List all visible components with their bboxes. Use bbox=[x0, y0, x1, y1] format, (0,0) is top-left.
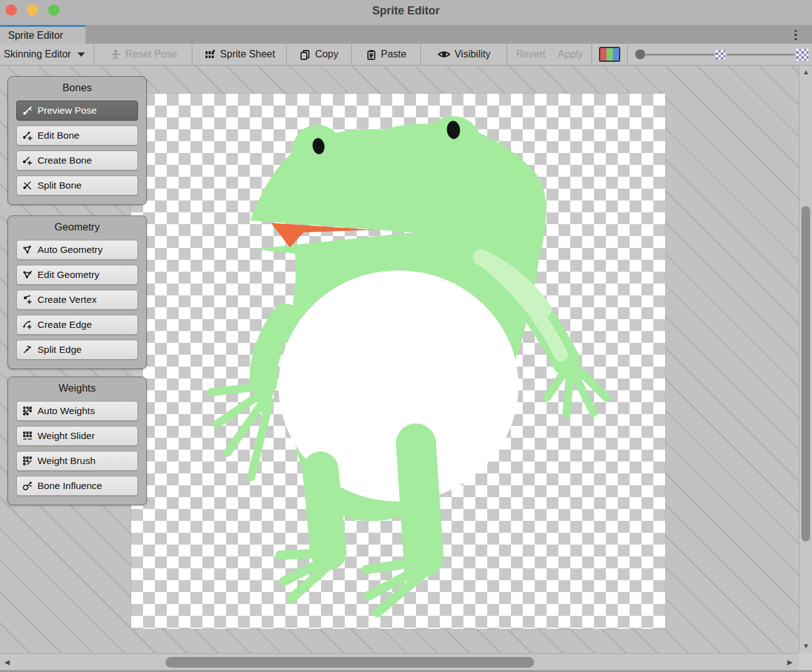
edit-bone-icon bbox=[22, 130, 33, 141]
apply-button[interactable]: Apply bbox=[552, 44, 592, 65]
skinning-editor-label: Skinning Editor bbox=[4, 49, 71, 60]
auto-weights-icon bbox=[22, 405, 33, 417]
scrollbar-corner bbox=[799, 653, 812, 671]
sprite-canvas[interactable] bbox=[131, 94, 665, 629]
frog-sprite bbox=[131, 94, 665, 629]
sprite-editor-window: Sprite Editor Sprite Editor Skinning Edi… bbox=[0, 0, 812, 672]
create-vertex-button[interactable]: Create Vertex bbox=[16, 290, 138, 310]
paste-icon bbox=[365, 49, 377, 61]
edit-bone-button[interactable]: Edit Bone bbox=[16, 126, 138, 146]
auto-geometry-icon bbox=[22, 244, 33, 255]
toolbar: Skinning Editor Reset Pose Sprite Sheet bbox=[0, 44, 812, 66]
bone-opacity-texture-icon bbox=[716, 50, 725, 59]
geometry-panel-title: Geometry bbox=[8, 216, 146, 237]
sprite-sheet-button[interactable]: Sprite Sheet bbox=[192, 44, 286, 65]
geometry-panel: Geometry Auto Geometry Edit Geometry bbox=[7, 215, 147, 369]
scroll-down-icon[interactable]: ▼ bbox=[803, 643, 810, 650]
bones-panel-title: Bones bbox=[8, 77, 146, 98]
tab-bar: Sprite Editor bbox=[0, 25, 812, 44]
rgb-swatch-icon bbox=[599, 47, 620, 62]
opacity-sliders bbox=[628, 44, 812, 65]
sprite-opacity-texture-icon bbox=[796, 49, 808, 61]
weight-slider-icon bbox=[22, 430, 33, 442]
vertical-scrollbar[interactable]: ▲ ▼ bbox=[799, 66, 812, 653]
create-bone-button[interactable]: Create Bone bbox=[16, 151, 138, 170]
preview-pose-button[interactable]: Preview Pose bbox=[16, 101, 138, 121]
sprite-opacity-slider-track[interactable] bbox=[726, 54, 795, 56]
horizontal-scrollbar[interactable]: ◀ ▶ bbox=[0, 653, 799, 671]
revert-button[interactable]: Revert bbox=[507, 44, 552, 65]
weight-brush-icon bbox=[22, 455, 33, 467]
bone-opacity-slider-knob[interactable] bbox=[635, 49, 645, 59]
edit-geometry-button[interactable]: Edit Geometry bbox=[16, 265, 138, 285]
bone-opacity-slider-track[interactable] bbox=[645, 54, 714, 56]
chevron-down-icon bbox=[77, 52, 85, 57]
reset-pose-button[interactable]: Reset Pose bbox=[94, 44, 192, 65]
color-swatch-button[interactable] bbox=[592, 44, 627, 65]
split-edge-button[interactable]: Split Edge bbox=[16, 340, 138, 360]
weights-panel-title: Weights bbox=[8, 377, 146, 398]
edit-geometry-icon bbox=[22, 269, 33, 280]
copy-button[interactable]: Copy bbox=[287, 44, 350, 65]
editor-viewport[interactable]: Bones Preview Pose Edit Bone bbox=[0, 66, 799, 653]
auto-geometry-button[interactable]: Auto Geometry bbox=[16, 240, 138, 260]
split-bone-button[interactable]: Split Bone bbox=[16, 175, 138, 195]
weight-slider-button[interactable]: Weight Slider bbox=[16, 426, 138, 446]
copy-icon bbox=[299, 49, 311, 61]
create-edge-icon bbox=[22, 319, 33, 330]
more-options-icon[interactable] bbox=[791, 29, 801, 41]
split-bone-icon bbox=[22, 180, 33, 191]
sprite-sheet-icon bbox=[204, 48, 216, 61]
bone-influence-icon bbox=[22, 480, 33, 492]
preview-pose-icon bbox=[22, 105, 33, 116]
split-edge-icon bbox=[22, 344, 33, 355]
scroll-right-icon[interactable]: ▶ bbox=[788, 659, 793, 666]
vertical-scrollbar-thumb[interactable] bbox=[801, 206, 810, 541]
bones-panel: Bones Preview Pose Edit Bone bbox=[7, 76, 147, 205]
create-bone-icon bbox=[22, 155, 33, 166]
scroll-up-icon[interactable]: ▲ bbox=[803, 69, 810, 76]
title-bar: Sprite Editor bbox=[0, 0, 812, 25]
reset-pose-icon bbox=[109, 48, 122, 61]
auto-weights-button[interactable]: Auto Weights bbox=[16, 401, 138, 421]
tab-sprite-editor[interactable]: Sprite Editor bbox=[0, 25, 86, 44]
paste-button[interactable]: Paste bbox=[352, 44, 420, 65]
visibility-eye-icon bbox=[437, 49, 451, 60]
window-title: Sprite Editor bbox=[0, 0, 812, 21]
bone-influence-button[interactable]: Bone Influence bbox=[16, 476, 138, 496]
create-vertex-icon bbox=[22, 294, 33, 305]
horizontal-scrollbar-thumb[interactable] bbox=[166, 657, 534, 668]
create-edge-button[interactable]: Create Edge bbox=[16, 315, 138, 335]
weight-brush-button[interactable]: Weight Brush bbox=[16, 451, 138, 471]
skinning-editor-dropdown[interactable]: Skinning Editor bbox=[0, 44, 94, 65]
visibility-button[interactable]: Visibility bbox=[421, 44, 507, 65]
weights-panel: Weights Auto Weights Weight Slide bbox=[7, 377, 147, 505]
scroll-left-icon[interactable]: ◀ bbox=[4, 659, 9, 666]
